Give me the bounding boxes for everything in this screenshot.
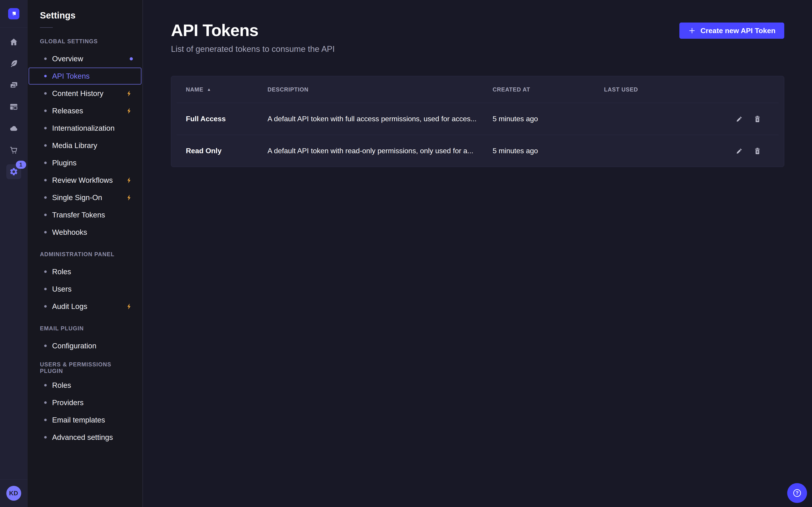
strapi-logo[interactable] (8, 8, 19, 19)
row-actions (730, 115, 761, 123)
rail-icon-list: 1 (3, 27, 24, 182)
avatar[interactable]: KD (6, 486, 21, 501)
sidebar-item-label: Advanced settings (52, 433, 113, 442)
help-button[interactable]: ? (787, 483, 807, 503)
question-mark-icon: ? (793, 489, 801, 497)
column-header-name[interactable]: NAME▲ (186, 86, 267, 93)
sidebar-item-api-tokens[interactable]: API Tokens (29, 68, 141, 84)
bullet-icon (44, 196, 47, 199)
column-header-last-used[interactable]: LAST USED (604, 86, 730, 93)
edit-icon (735, 115, 744, 123)
cell-description: A default API token with full access per… (267, 115, 493, 123)
sidebar-item-webhooks[interactable]: Webhooks (29, 224, 141, 241)
main-content: API Tokens List of generated tokens to c… (143, 0, 812, 507)
bullet-icon (44, 288, 47, 290)
item-right (125, 303, 133, 310)
api-tokens-table: NAME▲DESCRIPTIONCREATED ATLAST USED Full… (171, 76, 784, 167)
strapi-logo-icon (10, 10, 17, 17)
page-title: API Tokens (171, 21, 335, 40)
sidebar-item-audit-logs[interactable]: Audit Logs (29, 298, 141, 315)
media-library-icon[interactable] (3, 74, 24, 96)
bullet-icon (44, 75, 47, 77)
sidebar-item-users[interactable]: Users (29, 281, 141, 297)
sidebar-item-label: Content History (52, 89, 103, 98)
sidebar-item-label: Audit Logs (52, 302, 87, 311)
sidebar-item-internationalization[interactable]: Internationalization (29, 120, 141, 136)
delete-token-button[interactable] (753, 115, 761, 123)
bullet-icon (44, 110, 47, 112)
page-subtitle: List of generated tokens to consume the … (171, 44, 335, 54)
title-block: API Tokens List of generated tokens to c… (171, 21, 335, 54)
edit-icon (735, 147, 744, 155)
sidebar-item-review-workflows[interactable]: Review Workflows (29, 172, 141, 188)
sidebar-item-media-library[interactable]: Media Library (29, 137, 141, 154)
sidebar-item-providers[interactable]: Providers (29, 394, 141, 411)
sidebar-item-label: Webhooks (52, 228, 87, 237)
item-right (125, 177, 133, 184)
sidebar-item-releases[interactable]: Releases (29, 102, 141, 119)
table-row-read-only[interactable]: Read OnlyA default API token with read-o… (171, 135, 784, 167)
bullet-icon (44, 92, 47, 95)
sidebar-section-label-global-settings: GLOBAL SETTINGS (40, 38, 130, 45)
bullet-icon (44, 270, 47, 273)
create-api-token-label: Create new API Token (700, 26, 775, 35)
sidebar-section-label-email-plugin: EMAIL PLUGIN (40, 325, 130, 332)
bullet-icon (44, 305, 47, 307)
item-right (125, 194, 133, 201)
sort-asc-icon[interactable]: ▲ (207, 87, 211, 92)
lightning-icon (125, 107, 133, 114)
cell-created-at: 5 minutes ago (493, 147, 604, 155)
sidebar-item-email-templates[interactable]: Email templates (29, 411, 141, 428)
edit-token-button[interactable] (735, 115, 744, 123)
delete-icon (753, 115, 761, 123)
divider (40, 27, 53, 28)
plus-icon (688, 27, 696, 35)
gear-icon (9, 167, 18, 176)
content-type-builder-icon[interactable] (3, 96, 24, 118)
delete-token-button[interactable] (753, 147, 761, 155)
item-right (125, 107, 133, 114)
sidebar-item-label: Releases (52, 107, 83, 115)
row-actions (730, 147, 761, 155)
sidebar-item-label: Plugins (52, 159, 77, 167)
sidebar-sections: GLOBAL SETTINGSOverviewAPI TokensContent… (28, 38, 143, 446)
cell-created-at: 5 minutes ago (493, 115, 604, 123)
sidebar-item-label: Single Sign-On (52, 193, 102, 202)
cell-description: A default API token with read-only permi… (267, 147, 493, 155)
column-header-created-at[interactable]: CREATED AT (493, 86, 604, 93)
home-icon[interactable] (3, 31, 24, 53)
sidebar-item-configuration[interactable]: Configuration (29, 337, 141, 354)
edit-token-button[interactable] (735, 147, 744, 155)
table-row-full-access[interactable]: Full AccessA default API token with full… (171, 103, 784, 135)
sidebar-item-transfer-tokens[interactable]: Transfer Tokens (29, 207, 141, 223)
cell-name: Read Only (186, 147, 267, 155)
lightning-icon (125, 177, 133, 184)
column-header-description[interactable]: DESCRIPTION (267, 86, 493, 93)
settings-nav-button[interactable]: 1 (6, 164, 21, 179)
sidebar-item-advanced-settings[interactable]: Advanced settings (29, 429, 141, 446)
sidebar-item-label: Review Workflows (52, 176, 113, 184)
delete-icon (753, 147, 761, 155)
sidebar-item-overview[interactable]: Overview (29, 50, 141, 67)
sidebar-item-plugins[interactable]: Plugins (29, 154, 141, 171)
marketplace-cart-icon[interactable] (3, 139, 24, 161)
sidebar-item-single-sign-on[interactable]: Single Sign-On (29, 189, 141, 206)
sidebar-item-content-history[interactable]: Content History (29, 85, 141, 102)
table-body: Full AccessA default API token with full… (171, 103, 784, 167)
sidebar-item-roles[interactable]: Roles (29, 263, 141, 280)
settings-slot: 1 (3, 161, 24, 182)
app-root: 1 KD Settings GLOBAL SETTINGSOverviewAPI… (0, 0, 812, 507)
bullet-icon (44, 57, 47, 60)
sidebar-item-label: Media Library (52, 141, 97, 150)
sidebar-item-label: Roles (52, 268, 71, 276)
bullet-icon (44, 144, 47, 147)
cloud-icon[interactable] (3, 118, 24, 139)
sidebar-item-label: Configuration (52, 342, 96, 350)
sidebar-item-label: Transfer Tokens (52, 211, 105, 219)
sidebar-section-label-administration-panel: ADMINISTRATION PANEL (40, 250, 130, 258)
content-manager-pen-icon[interactable] (3, 53, 24, 74)
sidebar-item-roles[interactable]: Roles (29, 377, 141, 394)
create-api-token-button[interactable]: Create new API Token (679, 22, 784, 39)
lightning-icon (125, 90, 133, 97)
content-header: API Tokens List of generated tokens to c… (171, 21, 784, 54)
